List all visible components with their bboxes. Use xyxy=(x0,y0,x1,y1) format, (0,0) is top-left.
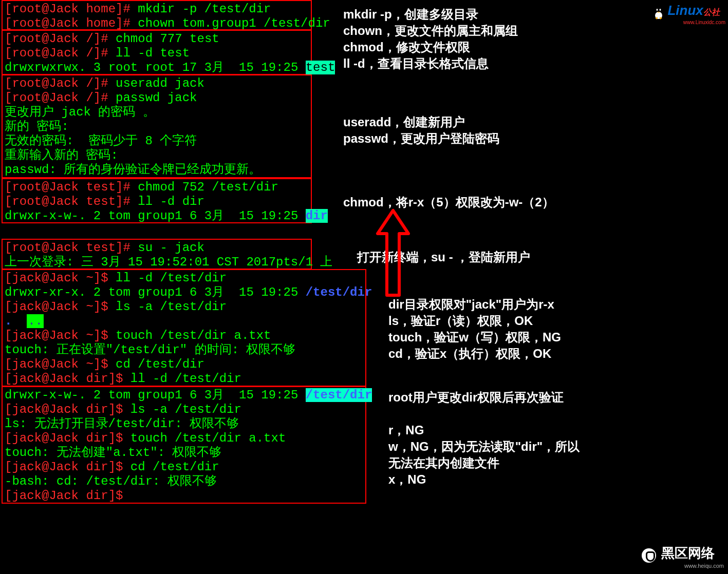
prompt: [root@Jack test]# xyxy=(5,180,138,194)
output: 重新输入新的 密码: xyxy=(5,148,309,163)
annotation-mkdir: mkdir -p，创建多级目录 xyxy=(343,6,478,23)
terminal-box-5: [root@Jack test]# su - jack 上一次登录: 三 3月 … xyxy=(2,239,312,270)
prompt: [jack@Jack ~]$ xyxy=(5,357,116,371)
logo-text-sub: 公社 xyxy=(703,8,720,16)
prompt: [root@Jack /]# xyxy=(5,91,116,105)
command: ll -d /test/dir xyxy=(116,271,227,285)
output: 更改用户 jack 的密码 。 xyxy=(5,105,309,120)
annotation-chown: chown，更改文件的属主和属组 xyxy=(343,23,518,39)
term-line: [root@Jack home]# chown tom.group1 /test… xyxy=(5,16,309,31)
heiqu-url: www.heiqu.com xyxy=(642,563,724,569)
prompt: [root@Jack test]# xyxy=(5,241,138,255)
term-line: . .. xyxy=(5,314,363,329)
dot-parent: .. xyxy=(27,314,44,328)
terminal-box-4: [root@Jack test]# chmod 752 /test/dir [r… xyxy=(2,178,312,223)
term-line: [jack@Jack ~]$ cd /test/dir xyxy=(5,357,363,372)
term-line: [root@Jack /]# useradd jack xyxy=(5,76,309,91)
output: ls: 无法打开目录/test/dir: 权限不够 xyxy=(5,417,363,431)
term-line: [root@Jack /]# passwd jack xyxy=(5,91,309,105)
prompt: [jack@Jack ~]$ xyxy=(5,300,116,314)
command: su - jack xyxy=(138,241,204,255)
annotation-root-change: root用户更改dir权限后再次验证 xyxy=(388,389,589,406)
tux-icon xyxy=(654,6,664,20)
annotation-w-ng: w，NG，因为无法读取"dir"，所以无法在其内创建文件 xyxy=(388,438,589,471)
term-line: [root@Jack /]# ll -d test xyxy=(5,46,309,61)
output: 上一次登录: 三 3月 15 19:52:01 CST 2017pts/1 上 xyxy=(5,255,309,270)
dot-current: . xyxy=(5,314,12,328)
prompt: [jack@Jack ~]$ xyxy=(5,329,116,342)
output: drwxrwxrwx. 3 root root 17 3月 15 19:25 xyxy=(5,61,306,74)
command: ll -d dir xyxy=(138,195,204,208)
output: 无效的密码: 密码少于 8 个字符 xyxy=(5,134,309,148)
command: passwd jack xyxy=(116,91,197,105)
output: drwxr-x-w-. 2 tom group1 6 3月 15 19:25 xyxy=(5,209,306,223)
command: ll -d /test/dir xyxy=(130,372,241,386)
term-line: [root@Jack test]# ll -d dir xyxy=(5,195,309,209)
prompt: [root@Jack home]# xyxy=(5,16,138,30)
term-line: [root@Jack home]# mkdir -p /test/dir xyxy=(5,2,309,16)
command: cd /test/dir xyxy=(130,460,219,474)
annotation-passwd: passwd，更改用户登陆密码 xyxy=(343,130,499,147)
terminal-box-1: [root@Jack home]# mkdir -p /test/dir [ro… xyxy=(2,0,312,30)
annotation-dir-perm: dir目录权限对"jack"用户为r-x xyxy=(388,296,554,313)
term-line: [root@Jack test]# chmod 752 /test/dir xyxy=(5,180,309,195)
term-line: drwxr-x-w-. 2 tom group1 6 3月 15 19:25 /… xyxy=(5,388,363,403)
prompt: [jack@Jack dir]$ xyxy=(5,403,130,416)
output: drwxr-x-w-. 2 tom group1 6 3月 15 19:25 xyxy=(5,388,306,402)
command: touch /test/dir a.txt xyxy=(116,329,271,342)
terminal-box-2: [root@Jack /]# chmod 777 test [root@Jack… xyxy=(2,30,312,75)
term-line: [jack@Jack ~]$ ls -a /test/dir xyxy=(5,300,363,314)
terminal-box-3: [root@Jack /]# useradd jack [root@Jack /… xyxy=(2,74,312,178)
annotation-useradd: useradd，创建新用户 xyxy=(343,114,465,130)
annotation-chmod: chmod，修改文件权限 xyxy=(343,39,470,55)
annotation-ll: ll -d，查看目录长格式信息 xyxy=(343,55,489,72)
annotation-ls: ls，验证r（读）权限，OK xyxy=(388,313,533,329)
svg-point-4 xyxy=(660,9,661,11)
terminal-box-6: [jack@Jack ~]$ ll -d /test/dir drwxr-xr-… xyxy=(2,269,366,387)
command: chmod 777 test xyxy=(116,32,219,46)
prompt: [jack@Jack dir]$ xyxy=(5,431,130,445)
prompt: [root@Jack test]# xyxy=(5,195,138,208)
term-line: [jack@Jack ~]$ ll -d /test/dir xyxy=(5,271,363,285)
prompt: [root@Jack home]# xyxy=(5,2,138,16)
annotation-chmod2: chmod，将r-x（5）权限改为-w-（2） xyxy=(343,194,554,211)
prompt: [root@Jack /]# xyxy=(5,32,116,46)
output: -bash: cd: /test/dir: 权限不够 xyxy=(5,474,363,489)
command: cd /test/dir xyxy=(116,357,204,371)
prompt: [jack@Jack ~]$ xyxy=(5,271,116,285)
annotation-touch: touch，验证w（写）权限，NG xyxy=(388,329,561,346)
prompt: [root@Jack /]# xyxy=(5,46,116,60)
term-line: [root@Jack test]# su - jack xyxy=(5,241,309,255)
output: touch: 正在设置"/test/dir" 的时间: 权限不够 xyxy=(5,343,363,357)
prompt: [jack@Jack dir]$ xyxy=(5,460,130,474)
term-line: [jack@Jack dir]$ ls -a /test/dir xyxy=(5,403,363,417)
command: mkdir -p /test/dir xyxy=(138,2,271,16)
annotation-su: 打开新终端，su - ，登陆新用户 xyxy=(357,249,530,265)
command: chown tom.group1 /test/dir xyxy=(138,16,330,30)
output: touch: 无法创建"a.txt": 权限不够 xyxy=(5,446,363,460)
logo-text-linux: Linux xyxy=(667,3,703,18)
term-line: [root@Jack /]# chmod 777 test xyxy=(5,32,309,46)
term-line: [jack@Jack dir]$ ll -d /test/dir xyxy=(5,372,363,386)
term-line: [jack@Jack ~]$ touch /test/dir a.txt xyxy=(5,329,363,343)
mushroom-icon xyxy=(642,548,656,563)
output: passwd: 所有的身份验证令牌已经成功更新。 xyxy=(5,163,309,177)
heiqu-logo: 黑区网络 www.heiqu.com xyxy=(642,544,724,570)
annotation-x-ng: x，NG xyxy=(388,471,426,488)
output: drwxr-xr-x. 2 tom group1 6 3月 15 19:25 xyxy=(5,285,306,299)
heiqu-text: 黑区网络 xyxy=(661,545,715,561)
command: ll -d test xyxy=(116,46,190,60)
term-line: [jack@Jack dir]$ touch /test/dir a.txt xyxy=(5,431,363,446)
term-line: drwxrwxrwx. 3 root root 17 3月 15 19:25 t… xyxy=(5,61,309,75)
highlighted-name: dir xyxy=(306,209,328,223)
output: 新的 密码: xyxy=(5,120,309,134)
command: ls -a /test/dir xyxy=(130,403,241,416)
prompt: [jack@Jack dir]$ xyxy=(5,489,130,503)
prompt: [jack@Jack dir]$ xyxy=(5,372,130,386)
annotation-r-ng: r，NG xyxy=(388,422,424,438)
highlighted-name: test xyxy=(306,61,335,74)
term-line: drwxr-x-w-. 2 tom group1 6 3月 15 19:25 d… xyxy=(5,209,309,223)
command: useradd jack xyxy=(116,76,204,90)
term-line: drwxr-xr-x. 2 tom group1 6 3月 15 19:25 /… xyxy=(5,285,363,300)
annotation-cd: cd，验证x（执行）权限，OK xyxy=(388,346,551,362)
